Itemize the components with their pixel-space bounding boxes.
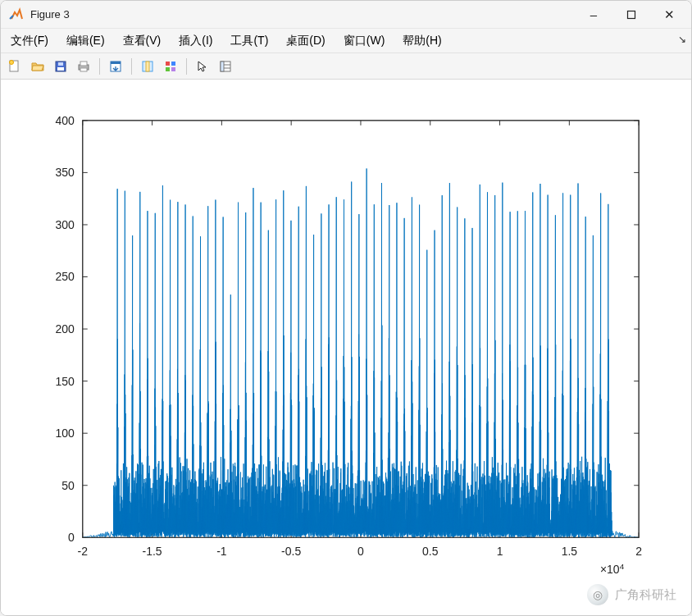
- chart-canvas: 050100150200250300350400-2-1.5-1-0.500.5…: [1, 80, 691, 615]
- close-button[interactable]: ✕: [650, 1, 688, 28]
- maximize-button[interactable]: [612, 1, 650, 28]
- svg-text:400: 400: [55, 114, 75, 127]
- svg-rect-0: [628, 11, 635, 18]
- svg-text:×104: ×104: [600, 562, 625, 576]
- toolbar-separator: [99, 58, 100, 75]
- svg-text:-1: -1: [216, 545, 227, 558]
- svg-rect-7: [80, 62, 87, 66]
- window-title: Figure 3: [30, 8, 575, 21]
- svg-rect-4: [57, 67, 64, 71]
- svg-text:350: 350: [55, 166, 75, 179]
- svg-rect-13: [166, 62, 170, 66]
- menu-view[interactable]: 查看(V): [118, 32, 166, 50]
- svg-text:200: 200: [55, 322, 75, 335]
- toolbar-separator: [186, 58, 187, 75]
- svg-text:1.5: 1.5: [562, 545, 578, 558]
- minimize-button[interactable]: –: [575, 1, 612, 28]
- datatip-icon[interactable]: [137, 57, 158, 76]
- svg-text:-1.5: -1.5: [143, 545, 162, 558]
- save-icon[interactable]: [50, 57, 71, 76]
- menu-desktop[interactable]: 桌面(D): [281, 32, 330, 50]
- svg-rect-10: [111, 62, 121, 64]
- svg-rect-16: [171, 67, 175, 71]
- colorbar-icon[interactable]: [160, 57, 181, 76]
- svg-text:0: 0: [357, 545, 364, 558]
- svg-text:250: 250: [55, 271, 75, 284]
- svg-rect-5: [58, 62, 63, 66]
- svg-rect-8: [80, 68, 87, 71]
- svg-text:1: 1: [497, 545, 503, 558]
- svg-text:100: 100: [55, 427, 75, 440]
- toolbar: [1, 53, 691, 80]
- svg-rect-14: [171, 62, 175, 66]
- svg-text:150: 150: [55, 375, 75, 388]
- dock-icon[interactable]: [105, 57, 126, 76]
- new-file-icon[interactable]: [4, 57, 25, 76]
- svg-text:2: 2: [635, 545, 642, 558]
- toolbar-separator: [131, 58, 132, 75]
- svg-text:-0.5: -0.5: [281, 545, 301, 558]
- menu-edit[interactable]: 编辑(E): [61, 32, 110, 50]
- matlab-app-icon: [9, 7, 24, 22]
- menu-file[interactable]: 文件(F): [6, 32, 53, 50]
- svg-text:50: 50: [61, 479, 75, 492]
- svg-rect-12: [146, 62, 149, 71]
- svg-rect-20: [221, 62, 224, 71]
- print-icon[interactable]: [73, 57, 94, 76]
- svg-text:-2: -2: [78, 545, 89, 558]
- menu-window[interactable]: 窗口(W): [339, 32, 390, 50]
- plot-area: 050100150200250300350400-2-1.5-1-0.500.5…: [1, 80, 691, 615]
- menu-tools[interactable]: 工具(T): [225, 32, 273, 50]
- window-controls: – ✕: [575, 1, 688, 28]
- svg-text:0: 0: [68, 531, 75, 544]
- properties-icon[interactable]: [215, 57, 236, 76]
- menu-help[interactable]: 帮助(H): [398, 32, 446, 50]
- titlebar: Figure 3 – ✕: [1, 1, 691, 29]
- open-icon[interactable]: [27, 57, 48, 76]
- menubar: 文件(F) 编辑(E) 查看(V) 插入(I) 工具(T) 桌面(D) 窗口(W…: [1, 29, 691, 53]
- svg-rect-15: [166, 67, 170, 71]
- dock-arrow-icon[interactable]: ↘: [678, 34, 686, 45]
- svg-text:0.5: 0.5: [422, 545, 439, 558]
- pointer-icon[interactable]: [192, 57, 213, 76]
- svg-text:300: 300: [55, 218, 75, 231]
- menu-insert[interactable]: 插入(I): [174, 32, 217, 50]
- svg-point-2: [10, 60, 14, 64]
